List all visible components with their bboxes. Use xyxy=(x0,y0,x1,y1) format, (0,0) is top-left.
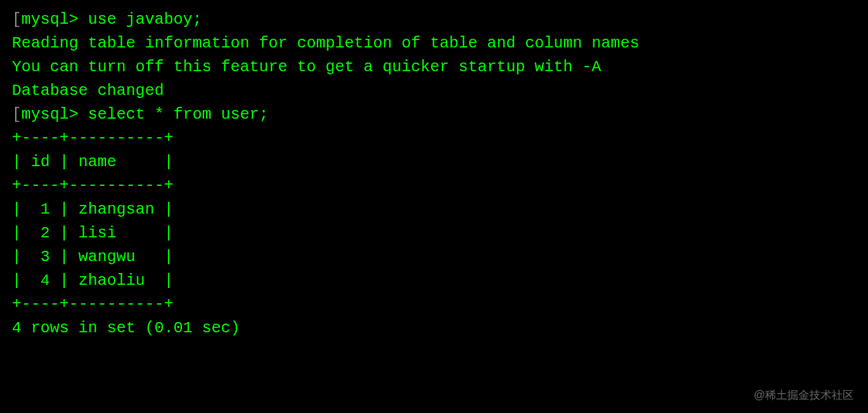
bracket-icon: [ xyxy=(12,10,21,28)
table-header: | id | name | xyxy=(12,150,856,174)
mysql-prompt: mysql> xyxy=(21,105,88,123)
result-summary: 4 rows in set (0.01 sec) xyxy=(12,316,856,340)
select-command: select * from user; xyxy=(88,105,268,123)
terminal-output: [mysql> use javaboy; Reading table infor… xyxy=(12,8,856,340)
bracket-icon: [ xyxy=(12,105,21,123)
table-row: | 4 | zhaoliu | xyxy=(12,269,856,293)
use-command: use javaboy; xyxy=(88,10,202,28)
table-border: +----+----------+ xyxy=(12,293,856,316)
table-border: +----+----------+ xyxy=(12,127,856,150)
command-line-2[interactable]: [mysql> select * from user; xyxy=(12,103,856,127)
table-row: | 2 | lisi | xyxy=(12,222,856,245)
command-line-1[interactable]: [mysql> use javaboy; xyxy=(12,8,856,32)
database-changed: Database changed xyxy=(12,79,856,103)
watermark-text: @稀土掘金技术社区 xyxy=(754,387,854,404)
mysql-prompt: mysql> xyxy=(21,10,88,28)
output-line: Reading table information for completion… xyxy=(12,32,856,55)
table-row: | 1 | zhangsan | xyxy=(12,198,856,222)
table-border: +----+----------+ xyxy=(12,174,856,198)
output-line: You can turn off this feature to get a q… xyxy=(12,55,856,79)
table-row: | 3 | wangwu | xyxy=(12,245,856,269)
